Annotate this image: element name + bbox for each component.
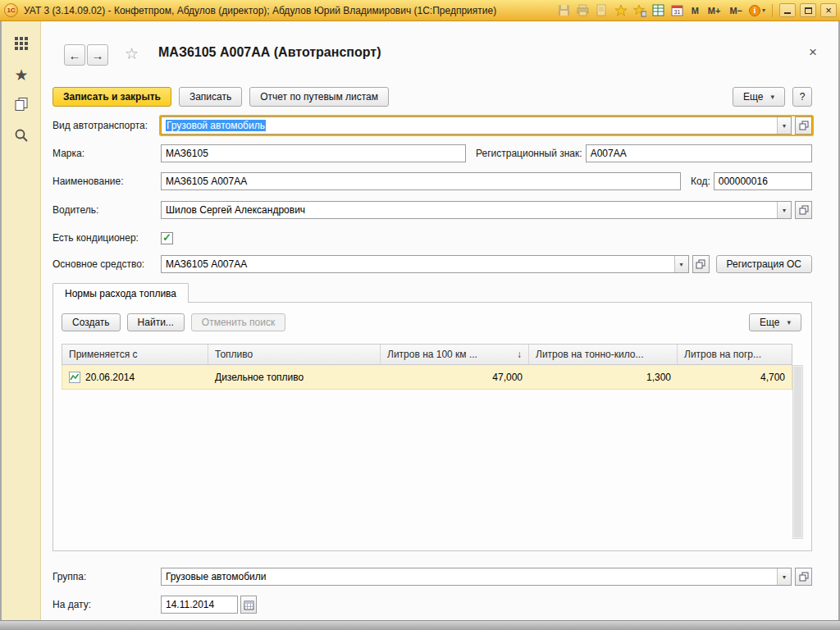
form-close-button[interactable]: ×	[806, 44, 820, 61]
add-favorite-icon[interactable]	[614, 3, 628, 18]
list-more-label: Еще	[760, 317, 779, 328]
window-frame-bottom	[0, 620, 840, 630]
field-row-driver: Водитель: Шилов Сергей Александрович ▾	[52, 201, 812, 219]
print-icon[interactable]	[576, 3, 591, 18]
list-toolbar: Создать Найти... Отменить поиск Еще ▾	[62, 313, 801, 331]
field-row-asset: Основное средство: МАЗ6105 А007АА ▾ Реги…	[52, 255, 812, 273]
find-button[interactable]: Найти...	[127, 313, 185, 331]
group-dropdown-button[interactable]: ▾	[777, 568, 791, 585]
more-button[interactable]: Еще ▾	[733, 87, 785, 107]
fuel-norms-table: Применяется с Топливо Литров на 100 км .…	[62, 344, 792, 390]
info-button[interactable]: i ▾	[749, 5, 765, 16]
main-menu-icon[interactable]	[2, 35, 41, 52]
app-window: 1С УАТ 3 (3.14.09.02) - Конфетпром, Абду…	[0, 0, 840, 630]
driver-label: Водитель:	[52, 204, 161, 216]
asset-open-button[interactable]	[692, 255, 710, 273]
save-and-close-button[interactable]: Записать и закрыть	[52, 87, 171, 107]
vehicle-type-input[interactable]: Грузовой автомобиль ▾	[161, 116, 792, 135]
group-value: Грузовые автомобили	[162, 568, 777, 585]
table-row[interactable]: 20.06.2014 Дизельное топливо 47,000 1,30…	[62, 365, 792, 390]
driver-value: Шилов Сергей Александрович	[162, 202, 777, 218]
asset-input[interactable]: МАЗ6105 А007АА ▾	[161, 255, 689, 273]
waybill-report-button[interactable]: Отчет по путевым листам	[249, 87, 389, 107]
date-picker-button[interactable]	[240, 596, 257, 614]
code-value: 000000016	[719, 176, 768, 187]
chevron-down-icon: ▾	[783, 207, 786, 214]
memory-m-minus-button[interactable]: М−	[727, 6, 745, 16]
record-icon	[69, 372, 80, 383]
save-icon[interactable]	[557, 3, 572, 18]
name-input[interactable]: МАЗ6105 А007АА	[161, 172, 681, 190]
brand-label: Марка:	[52, 148, 161, 159]
minimize-icon	[784, 12, 791, 14]
vehicle-type-label: Вид автотранспорта:	[52, 120, 161, 131]
search-icon[interactable]	[2, 128, 41, 143]
column-header-per-100km[interactable]: Литров на 100 км ...↓	[381, 345, 529, 364]
reg-number-input[interactable]: А007АА	[586, 144, 812, 162]
list-more-button[interactable]: Еще ▾	[749, 313, 801, 331]
table-scrollbar[interactable]	[792, 365, 803, 539]
history-icon[interactable]	[2, 97, 41, 112]
brand-input[interactable]: МАЗ6105	[161, 144, 466, 162]
memory-m-plus-button[interactable]: М+	[705, 6, 724, 16]
brand-value: МАЗ6105	[166, 148, 208, 159]
cancel-search-button[interactable]: Отменить поиск	[191, 313, 285, 331]
help-button[interactable]: ?	[792, 87, 812, 107]
code-input[interactable]: 000000016	[714, 172, 812, 190]
info-icon: i	[749, 5, 760, 16]
asset-value: МАЗ6105 А007АА	[162, 256, 674, 272]
memory-m-button[interactable]: М	[689, 6, 701, 16]
forward-button[interactable]: →	[87, 44, 108, 66]
driver-open-button[interactable]	[795, 201, 812, 219]
column-header-date[interactable]: Применяется с	[62, 345, 208, 364]
name-label: Наименование:	[52, 176, 161, 187]
ac-checkbox[interactable]: ✓	[161, 232, 173, 244]
calendar-icon	[244, 600, 254, 610]
scrollbar-thumb[interactable]	[794, 367, 801, 537]
date-input[interactable]: 14.11.2014	[161, 596, 238, 614]
maximize-button[interactable]	[800, 3, 816, 17]
cell-per-ton-km: 1,300	[529, 365, 678, 389]
vehicle-type-combo: Грузовой автомобиль ▾	[161, 116, 812, 135]
chevron-down-icon: ▾	[787, 318, 791, 326]
column-header-per-ton-km[interactable]: Литров на тонно-кило...	[529, 345, 678, 364]
column-header-fuel[interactable]: Топливо	[208, 345, 381, 364]
favorite-star-icon[interactable]: ☆	[125, 44, 139, 63]
group-input[interactable]: Грузовые автомобили ▾	[161, 568, 792, 586]
open-icon	[696, 259, 705, 269]
asset-registration-button[interactable]: Регистрация ОС	[716, 255, 812, 273]
driver-dropdown-button[interactable]: ▾	[777, 202, 791, 218]
check-icon: ✓	[162, 232, 171, 243]
vehicle-type-dropdown-button[interactable]: ▾	[777, 117, 791, 134]
field-row-brand: Марка: МАЗ6105 Регистрационный знак: А00…	[52, 144, 812, 162]
cell-per-load: 4,700	[678, 365, 792, 389]
back-button[interactable]: ←	[64, 44, 85, 66]
preview-icon[interactable]	[595, 3, 609, 18]
create-button[interactable]: Создать	[62, 313, 121, 331]
table-icon[interactable]	[651, 3, 666, 18]
calendar-icon[interactable]: 31	[670, 3, 685, 18]
favorites-list-icon[interactable]	[632, 3, 647, 18]
table-header: Применяется с Топливо Литров на 100 км .…	[62, 344, 792, 365]
favorites-icon[interactable]: ★	[2, 66, 41, 84]
cell-date-value: 20.06.2014	[85, 372, 135, 383]
driver-input[interactable]: Шилов Сергей Александрович ▾	[161, 201, 792, 219]
asset-label: Основное средство:	[52, 258, 161, 270]
date-value: 14.11.2014	[166, 599, 214, 610]
ac-label: Есть кондиционер:	[52, 232, 161, 244]
chevron-down-icon: ▾	[762, 7, 765, 14]
back-icon: ←	[69, 48, 81, 62]
window-close-button[interactable]: ×	[820, 3, 837, 17]
save-button[interactable]: Записать	[179, 87, 242, 107]
column-header-per-load[interactable]: Литров на погр...	[678, 345, 792, 364]
reg-number-value: А007АА	[591, 148, 627, 159]
vehicle-type-open-button[interactable]	[795, 116, 812, 135]
close-icon: ×	[825, 5, 832, 16]
tab-fuel-norms[interactable]: Нормы расхода топлива	[52, 283, 189, 303]
forward-icon: →	[92, 48, 104, 62]
sort-desc-icon: ↓	[514, 349, 522, 360]
asset-dropdown-button[interactable]: ▾	[674, 256, 688, 272]
group-open-button[interactable]	[795, 568, 812, 586]
code-label: Код:	[691, 176, 714, 187]
minimize-button[interactable]	[779, 3, 796, 17]
